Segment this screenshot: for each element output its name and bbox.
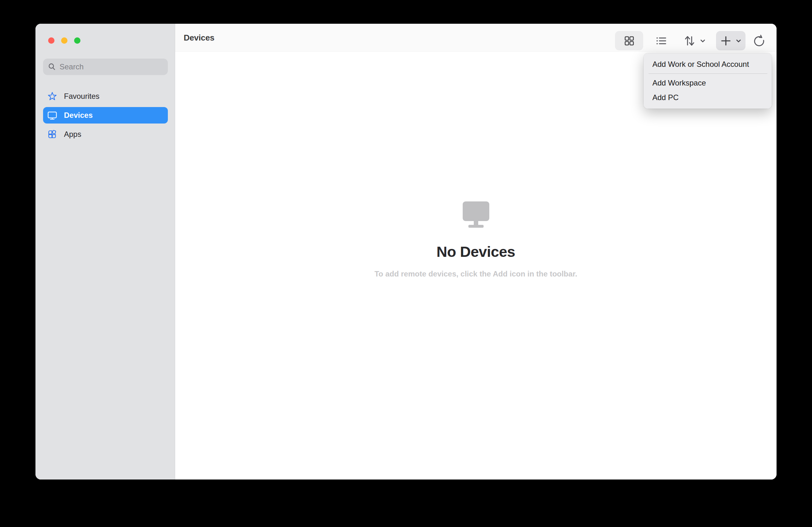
sidebar-item-apps[interactable]: Apps — [43, 126, 168, 143]
toolbar: Devices — [175, 24, 777, 52]
search-field[interactable] — [43, 59, 168, 75]
app-window: Favourites Devices — [35, 24, 777, 480]
app-grid-icon — [46, 128, 58, 140]
empty-state-monitor-icon — [175, 202, 777, 228]
chevron-down-icon — [735, 38, 742, 44]
sidebar-item-devices[interactable]: Devices — [43, 107, 168, 123]
sidebar-nav: Favourites Devices — [43, 88, 168, 145]
empty-state-subtitle: To add remote devices, click the Add ico… — [175, 269, 777, 278]
star-icon — [46, 90, 58, 102]
sidebar-item-label: Apps — [64, 130, 82, 139]
search-input[interactable] — [60, 62, 163, 71]
traffic-lights — [48, 38, 81, 44]
plus-icon — [720, 34, 732, 47]
zoom-window-button[interactable] — [74, 38, 81, 44]
list-view-button[interactable] — [650, 31, 672, 50]
refresh-button[interactable] — [748, 31, 770, 50]
add-button[interactable] — [716, 31, 745, 50]
menu-item-add-workspace[interactable]: Add Workspace — [643, 76, 772, 90]
close-window-button[interactable] — [48, 38, 55, 44]
chevron-down-icon — [699, 38, 706, 44]
minimize-window-button[interactable] — [61, 38, 68, 44]
empty-state-title: No Devices — [175, 243, 777, 260]
menu-item-add-pc[interactable]: Add PC — [643, 90, 772, 105]
page-title: Devices — [184, 24, 214, 52]
grid-view-button[interactable] — [615, 31, 643, 50]
sidebar-item-favourites[interactable]: Favourites — [43, 88, 168, 104]
menu-item-add-work-or-school-account[interactable]: Add Work or School Account — [643, 57, 772, 72]
sidebar-item-label: Favourites — [64, 92, 99, 101]
menu-divider — [649, 73, 767, 74]
sidebar-item-label: Devices — [64, 111, 93, 120]
content-area: Devices — [175, 24, 777, 480]
arrow-clockwise-icon — [752, 34, 766, 48]
sort-button[interactable] — [677, 31, 711, 50]
arrows-up-down-icon — [682, 33, 697, 48]
grid-2x2-icon — [623, 34, 636, 47]
sidebar: Favourites Devices — [35, 24, 175, 480]
magnifier-icon — [47, 62, 56, 71]
list-bullets-icon — [655, 34, 668, 47]
monitor-icon — [46, 109, 58, 121]
add-dropdown-menu: Add Work or School Account Add Workspace… — [643, 53, 772, 108]
